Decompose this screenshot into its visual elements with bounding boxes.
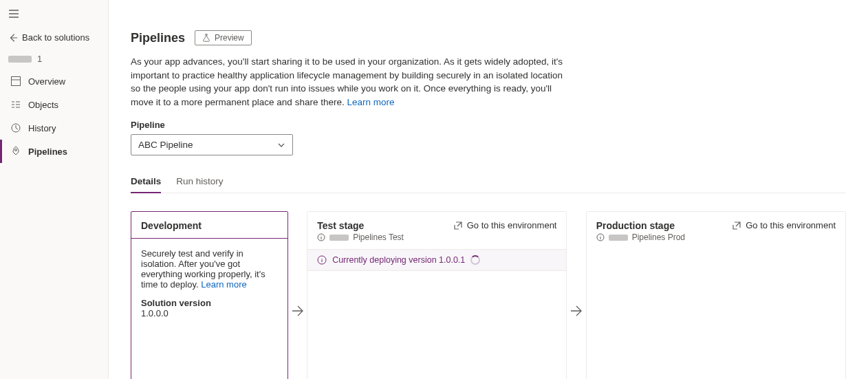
objects-icon (10, 99, 21, 110)
stages-row: Development Securely test and verify in … (131, 211, 846, 379)
info-icon (596, 233, 605, 241)
arrow-test-to-prod (567, 211, 585, 379)
tab-run-history[interactable]: Run history (176, 171, 223, 193)
intro-learn-more[interactable]: Learn more (347, 97, 394, 107)
svg-point-2 (15, 149, 17, 151)
solution-version-value: 1.0.0.0 (141, 308, 278, 318)
sidebar: Back to solutions 1 Overview Objects His… (0, 0, 109, 379)
dev-learn-more[interactable]: Learn more (201, 279, 246, 290)
solution-name: 1 (0, 48, 108, 69)
sidebar-item-label: History (28, 123, 56, 133)
arrow-dev-to-test (288, 211, 307, 379)
sidebar-item-pipelines[interactable]: Pipelines (0, 140, 108, 163)
stage-env: Pipelines Prod (596, 232, 685, 242)
sidebar-item-label: Overview (28, 76, 65, 87)
env-name: Pipelines Test (353, 232, 404, 242)
arrow-left-icon (8, 33, 18, 43)
page-title: Pipelines (131, 31, 185, 45)
deploying-text: Currently deploying version 1.0.0.1 (332, 255, 465, 265)
stage-title: Test stage (317, 220, 404, 231)
open-icon (732, 221, 741, 230)
back-label: Back to solutions (22, 32, 89, 43)
stage-title: Development (141, 220, 202, 231)
preview-label: Preview (215, 33, 244, 43)
pipeline-select-value: ABC Pipeline (138, 140, 193, 150)
go-to-environment[interactable]: Go to this environment (732, 220, 836, 230)
stage-development: Development Securely test and verify in … (131, 211, 288, 379)
back-to-solutions[interactable]: Back to solutions (0, 27, 108, 48)
page-header: Pipelines Preview (131, 30, 846, 45)
flask-icon (202, 34, 210, 42)
spinner-icon (470, 255, 480, 265)
stage-title: Production stage (596, 220, 685, 231)
solution-name-redacted (8, 56, 32, 63)
history-icon (10, 122, 21, 133)
sidebar-item-overview[interactable]: Overview (0, 69, 108, 93)
intro-text: As your app advances, you'll start shari… (131, 55, 571, 109)
pipeline-select[interactable]: ABC Pipeline (131, 134, 293, 155)
sidebar-item-label: Pipelines (28, 147, 67, 157)
sidebar-item-objects[interactable]: Objects (0, 93, 108, 116)
menu-toggle[interactable] (0, 6, 108, 27)
chevron-down-icon (277, 141, 285, 149)
go-env-label: Go to this environment (746, 220, 836, 230)
go-to-environment[interactable]: Go to this environment (453, 220, 557, 230)
info-icon (317, 255, 327, 265)
solution-version-label: Solution version (141, 298, 278, 308)
svg-rect-0 (12, 77, 21, 86)
arrow-right-icon (291, 304, 305, 318)
go-env-label: Go to this environment (467, 220, 557, 230)
env-redacted (609, 235, 628, 241)
pipeline-label: Pipeline (131, 120, 846, 130)
stage-head: Production stage Pipelines Prod Go to th… (587, 212, 845, 249)
tabs: Details Run history (131, 171, 846, 193)
info-icon (317, 233, 325, 241)
sidebar-item-history[interactable]: History (0, 116, 108, 140)
stage-head: Test stage Pipelines Test Go to this env… (307, 212, 566, 249)
sidebar-item-label: Objects (28, 100, 58, 110)
overview-icon (10, 76, 21, 87)
preview-badge: Preview (195, 30, 252, 45)
env-redacted (329, 235, 349, 241)
rocket-icon (10, 146, 21, 157)
stage-env: Pipelines Test (317, 232, 404, 242)
stage-production: Production stage Pipelines Prod Go to th… (586, 211, 846, 379)
main-content: Pipelines Preview As your app advances, … (109, 0, 868, 379)
env-name: Pipelines Prod (632, 232, 685, 242)
solution-suffix: 1 (37, 54, 42, 64)
tab-details[interactable]: Details (131, 171, 161, 193)
stage-head: Development (131, 212, 287, 239)
open-icon (453, 221, 463, 230)
hamburger-icon (8, 8, 19, 19)
stage-test: Test stage Pipelines Test Go to this env… (307, 211, 567, 379)
deploying-banner: Currently deploying version 1.0.0.1 (307, 249, 566, 271)
stage-body: Securely test and verify in isolation. A… (131, 239, 287, 328)
arrow-right-icon (569, 304, 583, 318)
